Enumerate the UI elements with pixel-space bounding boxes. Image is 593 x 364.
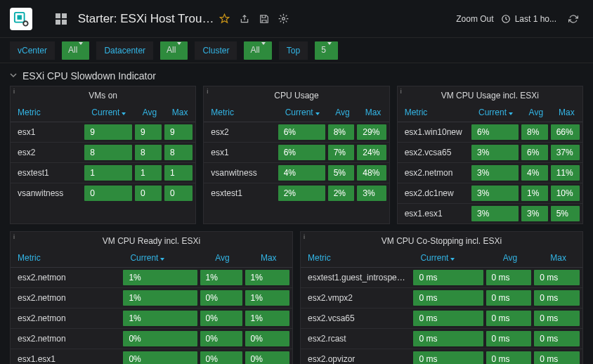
save-icon[interactable] bbox=[254, 9, 274, 29]
table-row: vsanwitness 4% 5% 48% bbox=[204, 163, 389, 183]
value-cell: 3% bbox=[471, 163, 521, 183]
filter-pill[interactable]: Top bbox=[279, 41, 308, 60]
col-metric[interactable]: Metric bbox=[301, 249, 413, 268]
filter-pill[interactable]: All bbox=[62, 41, 89, 60]
value-cell: 5% bbox=[551, 204, 582, 224]
value-cell: 6% bbox=[521, 143, 551, 163]
value-cell: 4% bbox=[521, 163, 551, 183]
col-current[interactable]: Current bbox=[278, 103, 328, 122]
metric-cell: esx2.rcast bbox=[301, 329, 413, 349]
gear-icon[interactable] bbox=[274, 9, 294, 29]
table-row: esx2.netmon 3% 4% 11% bbox=[398, 163, 582, 183]
value-cell: 1 bbox=[164, 163, 195, 183]
value-cell: 0% bbox=[245, 349, 293, 365]
value-cell: 1% bbox=[245, 288, 293, 308]
metric-cell: esx2 bbox=[204, 122, 278, 143]
col-avg[interactable]: Avg bbox=[135, 103, 164, 122]
value-cell: 1% bbox=[245, 268, 293, 288]
col-metric[interactable]: Metric bbox=[398, 103, 471, 122]
col-max[interactable]: Max bbox=[551, 103, 582, 122]
metric-cell: esx1 bbox=[11, 122, 84, 143]
metric-cell: esx1.win10new bbox=[398, 122, 471, 143]
svg-rect-3 bbox=[56, 13, 60, 18]
filter-pill[interactable]: 5 bbox=[315, 41, 338, 60]
value-cell: 0 bbox=[135, 183, 164, 204]
value-cell: 0% bbox=[200, 349, 245, 365]
share-icon[interactable] bbox=[235, 9, 254, 29]
value-cell: 7% bbox=[328, 143, 358, 163]
value-cell: 1% bbox=[123, 308, 200, 329]
svg-rect-1 bbox=[18, 15, 22, 19]
table-row: esx1 9 9 9 bbox=[11, 122, 195, 143]
zoom-out-button[interactable]: Zoom Out bbox=[456, 14, 493, 24]
value-cell: 0% bbox=[123, 349, 200, 365]
col-avg[interactable]: Avg bbox=[200, 249, 245, 268]
col-metric[interactable]: Metric bbox=[11, 103, 84, 122]
metric-cell: esx1 bbox=[204, 143, 278, 163]
value-cell: 0% bbox=[123, 329, 200, 349]
col-current[interactable]: Current bbox=[413, 249, 486, 268]
chevron-down-icon[interactable] bbox=[10, 71, 17, 81]
value-cell: 0 ms bbox=[486, 308, 535, 329]
col-max[interactable]: Max bbox=[245, 249, 293, 268]
value-cell: 2% bbox=[328, 183, 358, 204]
metric-cell: esx2.netmon bbox=[11, 268, 123, 288]
info-icon[interactable]: i bbox=[400, 88, 402, 95]
filter-pill[interactable]: vCenter bbox=[10, 41, 55, 60]
value-cell: 0% bbox=[200, 288, 245, 308]
panel: i CPU Usage Metric Current Avg Max esx2 … bbox=[203, 86, 389, 224]
table-row: esx2.netmon 1% 0% 1% bbox=[11, 288, 292, 308]
info-icon[interactable]: i bbox=[13, 233, 15, 240]
app-logo[interactable] bbox=[10, 8, 32, 30]
table-row: esx2.netmon 1% 1% 1% bbox=[11, 268, 292, 288]
metric-cell: esx2.dc1new bbox=[398, 183, 471, 204]
dashboard-icon[interactable] bbox=[52, 9, 71, 29]
table-row: esx2.vmpx2 0 ms 0 ms 0 ms bbox=[301, 288, 582, 308]
table-row: esx1 6% 7% 24% bbox=[204, 143, 389, 163]
value-cell: 3% bbox=[471, 204, 521, 224]
col-current[interactable]: Current bbox=[471, 103, 521, 122]
info-icon[interactable]: i bbox=[207, 88, 208, 95]
time-picker[interactable]: Last 1 ho... bbox=[501, 14, 556, 24]
section-title: ESXi CPU Slowdown Indicator bbox=[22, 70, 156, 82]
value-cell: 6% bbox=[278, 122, 328, 143]
col-max[interactable]: Max bbox=[357, 103, 389, 122]
table-row: esx2.rcast 0 ms 0 ms 0 ms bbox=[301, 329, 582, 349]
value-cell: 0 ms bbox=[534, 288, 582, 308]
metric-cell: vsanwitness bbox=[204, 163, 278, 183]
table-row: esx2.vcsa65 0 ms 0 ms 0 ms bbox=[301, 308, 582, 329]
col-avg[interactable]: Avg bbox=[486, 249, 535, 268]
col-max[interactable]: Max bbox=[164, 103, 195, 122]
value-cell: 0 bbox=[84, 183, 135, 204]
metric-cell: esxtest1.guest_introspection_10_1_149_20… bbox=[301, 268, 413, 288]
metric-cell: esx2 bbox=[11, 143, 84, 163]
value-cell: 1% bbox=[123, 268, 200, 288]
col-current[interactable]: Current bbox=[84, 103, 135, 122]
panel-title: VM CPU Co-Stopping incl. ESXi bbox=[301, 232, 582, 249]
info-icon[interactable]: i bbox=[13, 88, 15, 95]
col-max[interactable]: Max bbox=[534, 249, 582, 268]
col-metric[interactable]: Metric bbox=[11, 249, 123, 268]
col-current[interactable]: Current bbox=[123, 249, 200, 268]
filter-pill[interactable]: All bbox=[244, 41, 271, 60]
value-cell: 0 ms bbox=[413, 308, 486, 329]
value-cell: 6% bbox=[471, 122, 521, 143]
table-row: esxtest1.guest_introspection_10_1_149_20… bbox=[301, 268, 582, 288]
star-icon[interactable] bbox=[215, 9, 235, 29]
filter-pill[interactable]: Datacenter bbox=[96, 41, 153, 60]
value-cell: 1% bbox=[200, 268, 245, 288]
value-cell: 9 bbox=[135, 122, 164, 143]
col-metric[interactable]: Metric bbox=[204, 103, 278, 122]
metric-cell: esxtest1 bbox=[204, 183, 278, 204]
col-avg[interactable]: Avg bbox=[521, 103, 551, 122]
info-icon[interactable]: i bbox=[304, 233, 305, 240]
metric-cell: esx2.netmon bbox=[398, 163, 471, 183]
panel-title: VM CPU Usage incl. ESXi bbox=[398, 86, 582, 103]
refresh-icon[interactable] bbox=[563, 9, 583, 29]
page-title[interactable]: Starter: ESXi Host Troubl... bbox=[78, 12, 215, 26]
filter-pill[interactable]: Cluster bbox=[195, 41, 237, 60]
value-cell: 48% bbox=[357, 163, 389, 183]
metric-cell: esx1.esx1 bbox=[11, 349, 123, 365]
col-avg[interactable]: Avg bbox=[328, 103, 358, 122]
filter-pill[interactable]: All bbox=[160, 41, 188, 60]
